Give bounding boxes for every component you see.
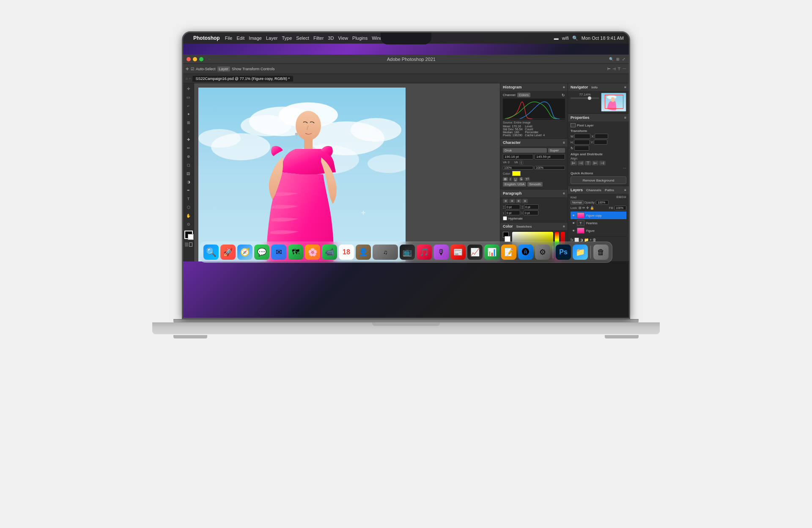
close-button[interactable] — [187, 57, 191, 61]
x-input[interactable]: 0 px — [595, 134, 608, 139]
scale-v-input[interactable]: 100% — [535, 166, 565, 170]
dock-music-strip[interactable]: ♫ — [373, 245, 398, 260]
underline-button[interactable]: U — [513, 177, 518, 181]
font-dropdown[interactable]: Druk — [503, 148, 547, 153]
align-left-btn-r[interactable]: ⊢ — [571, 161, 577, 165]
paths-tab[interactable]: Paths — [605, 188, 614, 192]
y-input[interactable]: 0 px — [594, 140, 607, 145]
height-input[interactable]: 3300 px — [574, 140, 590, 145]
healing-tool[interactable]: ✚ — [184, 136, 193, 143]
dock-systemprefs[interactable]: ⚙ — [535, 245, 550, 260]
dock-mail[interactable]: ✉ — [271, 245, 286, 260]
color-header[interactable]: Color Swatches ≡ — [500, 223, 568, 230]
navigator-header[interactable]: Navigator Info ≡ — [568, 83, 629, 91]
dock-finder[interactable]: 🔍 — [203, 245, 219, 260]
info-tab[interactable]: Info — [592, 85, 598, 89]
ps-search-icon[interactable]: 🔍 — [609, 57, 614, 61]
pen-tool[interactable]: ✒ — [184, 187, 193, 194]
left-indent-input[interactable] — [505, 204, 520, 209]
menu-3d[interactable]: 3D — [328, 36, 334, 41]
dock-safari[interactable]: 🧭 — [237, 245, 252, 260]
angle-input[interactable]: 0.00° — [574, 146, 589, 151]
navigator-options-icon[interactable]: ≡ — [624, 85, 626, 89]
align-right-icon[interactable]: ⊤ — [617, 67, 621, 71]
right-indent-input[interactable] — [524, 204, 539, 209]
layers-options-icon[interactable]: ≡ — [624, 188, 626, 192]
paragraph-header[interactable]: Paragraph ≡ — [500, 190, 568, 197]
space-before-input[interactable] — [505, 210, 520, 215]
menu-plugins[interactable]: Plugins — [352, 36, 368, 41]
app-name-label[interactable]: Photoshop — [193, 35, 220, 41]
gradient-tool[interactable]: ▤ — [184, 170, 193, 177]
dock-reminders[interactable]: 📝 — [501, 245, 516, 260]
align-right-btn[interactable]: ≡ — [516, 199, 521, 203]
menu-file[interactable]: File — [225, 36, 233, 41]
dock-podcasts[interactable]: 🎙 — [433, 245, 449, 260]
menu-filter[interactable]: Filter — [313, 36, 324, 41]
more-options-icon[interactable]: ⋯ — [623, 67, 626, 71]
home-icon[interactable]: ⌂ — [186, 77, 188, 80]
eyedropper-tool[interactable]: ⌕ — [184, 127, 193, 135]
eraser-tool[interactable]: ◻ — [184, 161, 193, 169]
ps-canvas[interactable]: ✛ 77.14% 2640 px x 3300 px (300 ppi) — [198, 88, 406, 261]
align-center-icon[interactable]: ⊣ — [612, 67, 616, 71]
properties-header[interactable]: Properties ≡ — [568, 114, 629, 121]
dock-appstore[interactable]: 🅐 — [518, 245, 533, 260]
menu-view[interactable]: View — [338, 36, 348, 41]
remove-bg-button[interactable]: Remove Background — [571, 176, 626, 184]
type-tool[interactable]: T — [184, 195, 193, 203]
layer-figure[interactable]: 👁 Figure — [571, 227, 626, 234]
histogram-refresh-icon[interactable]: ↻ — [562, 93, 565, 97]
clone-tool[interactable]: ⊕ — [184, 153, 193, 160]
path-tool[interactable]: ⬡ — [184, 204, 193, 211]
channel-dropdown[interactable]: Colors — [517, 93, 530, 97]
hyphenate-checkbox[interactable] — [503, 216, 507, 220]
bold-button[interactable]: B — [503, 177, 508, 181]
dock-facetime[interactable]: 📹 — [322, 245, 337, 260]
scale-h-input[interactable]: 100% — [503, 166, 533, 170]
menu-type[interactable]: Type — [282, 36, 292, 41]
paragraph-options-icon[interactable]: ≡ — [563, 192, 565, 195]
font-size-input[interactable]: 190.16 pt — [503, 154, 533, 160]
dock-photoshop[interactable]: Ps — [556, 245, 571, 260]
dock-news[interactable]: 📰 — [450, 245, 466, 260]
dock-messages[interactable]: 💬 — [254, 245, 269, 260]
filter-icons[interactable]: ⊞⊠⊟⊜ — [616, 195, 626, 199]
menu-image[interactable]: Image — [249, 36, 262, 41]
dock-calendar[interactable]: 18 — [339, 245, 354, 260]
opacity-input[interactable]: 100% — [596, 200, 609, 205]
strikethrough-button[interactable]: S̶ — [519, 177, 524, 181]
align-left-btn[interactable]: ≡ — [503, 199, 508, 203]
color-options-icon[interactable]: ≡ — [563, 225, 565, 228]
lock-pixels-icon[interactable]: ✏ — [582, 206, 585, 210]
canvas-area[interactable]: ✛ 77.14% 2640 px x 3300 px (300 ppi) — [194, 83, 500, 261]
fg-color-swatch[interactable] — [184, 231, 193, 239]
dock-stocks[interactable]: 📈 — [467, 245, 483, 260]
align-left-icon[interactable]: ⊢ — [607, 67, 611, 71]
style-dropdown[interactable]: Super — [548, 148, 565, 153]
properties-options-icon[interactable]: ≡ — [624, 116, 626, 120]
align-center-btn[interactable]: ≡ — [509, 199, 515, 203]
layers-header[interactable]: Layers Channels Paths ≡ — [568, 186, 629, 194]
move-tool-icon[interactable]: ✛ — [186, 67, 189, 71]
dock-maps[interactable]: 🗺 — [288, 245, 303, 260]
space-after-input[interactable] — [524, 210, 538, 215]
layer-eye-icon-1[interactable]: 👁 — [572, 214, 575, 217]
lock-transparent-icon[interactable]: ⊟ — [579, 206, 582, 210]
navigator-zoom-slider[interactable] — [571, 97, 599, 99]
lock-all-icon[interactable]: 🔒 — [590, 206, 594, 210]
menubar-search-icon[interactable]: 🔍 — [572, 36, 578, 41]
hand-tool[interactable]: ✋ — [184, 212, 193, 220]
histogram-options-icon[interactable]: ≡ — [563, 85, 565, 89]
dodge-tool[interactable]: ◑ — [184, 178, 193, 186]
language-dropdown[interactable]: English: USA — [503, 182, 526, 187]
superscript-button[interactable]: T² — [524, 177, 530, 181]
dock-photos[interactable]: 🌸 — [305, 245, 320, 260]
menu-edit[interactable]: Edit — [236, 36, 244, 41]
ps-expand-icon[interactable]: ⤢ — [622, 57, 625, 61]
character-header[interactable]: Character ≡ — [500, 139, 568, 146]
fill-input[interactable]: 100% — [614, 206, 626, 210]
align-justify-btn[interactable]: ≡ — [522, 199, 528, 203]
zoom-tool[interactable]: ⊙ — [184, 220, 193, 228]
text-color-swatch[interactable] — [512, 171, 521, 176]
